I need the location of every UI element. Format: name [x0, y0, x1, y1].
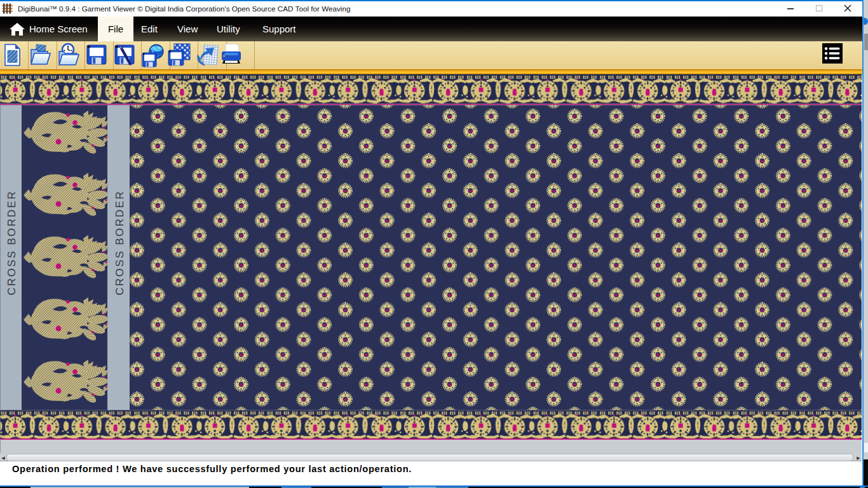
- svg-text:CROSS BORDER: CROSS BORDER: [6, 190, 18, 295]
- svg-text:CROSS BORDER: CROSS BORDER: [114, 190, 126, 295]
